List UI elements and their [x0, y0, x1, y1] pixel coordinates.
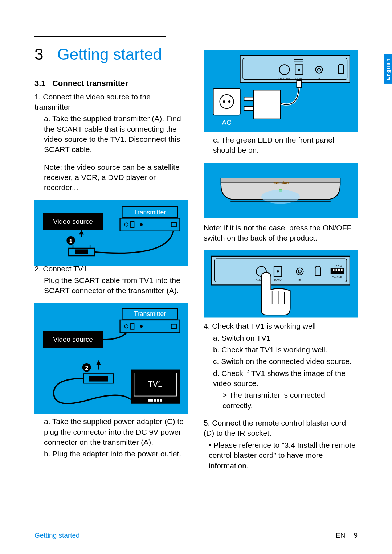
- chapter-title: Getting started: [57, 45, 162, 63]
- svg-text:1: 1: [69, 237, 73, 243]
- figure-front-led: Transmitter: [204, 163, 358, 216]
- svg-rect-54: [244, 97, 253, 101]
- svg-text:Video source: Video source: [53, 336, 93, 343]
- step-3c: c. The green LED on the front panel shou…: [204, 135, 358, 156]
- svg-rect-75: [333, 269, 334, 271]
- right-column: ON / OFF DC9V IR AC: [204, 45, 358, 478]
- footer-section: Getting started: [34, 532, 80, 539]
- page: 3 Getting started 3.1 Connect transmitte…: [0, 0, 392, 554]
- svg-text:ON / OFF: ON / OFF: [279, 77, 291, 80]
- svg-text:Transmitter: Transmitter: [134, 310, 166, 317]
- step-3a: a. Take the supplied power adapter (C) t…: [34, 416, 188, 447]
- svg-rect-35: [160, 399, 162, 402]
- step-4: 4. Check that TV1 is working well: [204, 321, 358, 331]
- svg-rect-55: [244, 107, 253, 111]
- svg-text:DC9V: DC9V: [274, 279, 282, 282]
- svg-rect-78: [341, 269, 342, 271]
- step-5: 5. Connect the remote control blaster co…: [204, 418, 358, 439]
- step-5-bullet: • Please reference to "3.4 Install the r…: [204, 440, 358, 471]
- svg-point-43: [298, 69, 300, 71]
- figure-tv1-connection: Transmitter Video source 2: [34, 303, 188, 398]
- svg-rect-76: [336, 269, 337, 271]
- figure-onoff-press: ON / OFF DC9V IR 1 2 3 4: [204, 250, 358, 314]
- step-1: 1. Connect the video source to the trans…: [34, 92, 188, 112]
- step-4d-result: > The transmitter is connected correctly…: [204, 390, 358, 411]
- step-4c: c. Switch on the connected video source.: [204, 356, 358, 366]
- step-4b: b. Check that TV1 is working well.: [204, 345, 358, 355]
- svg-text:Video source: Video source: [53, 218, 93, 225]
- svg-rect-13: [75, 249, 88, 254]
- step-1a: a. Take the supplied transmitter (A). Fi…: [34, 114, 188, 155]
- note-2: Note: if it is not the case, press the O…: [204, 223, 358, 243]
- svg-text:TV1: TV1: [148, 379, 162, 388]
- svg-rect-53: [254, 90, 281, 119]
- chapter-number: 3: [34, 45, 43, 63]
- section-heading: 3.1 Connect transmitter: [34, 78, 188, 89]
- svg-rect-77: [338, 269, 340, 271]
- step-2-body: Plug the SCART cable from TV1 into the S…: [34, 275, 188, 296]
- mid-rule: [34, 71, 166, 71]
- svg-text:IR: IR: [318, 77, 320, 80]
- footer-lang: EN: [336, 532, 345, 539]
- step-3b: b. Plug the adapter into the power outle…: [34, 449, 188, 459]
- svg-point-51: [228, 100, 230, 103]
- svg-text:Transmitter: Transmitter: [134, 209, 166, 216]
- svg-rect-33: [154, 399, 156, 402]
- svg-point-68: [277, 270, 279, 272]
- svg-text:IR: IR: [298, 279, 301, 282]
- svg-text:CHANNEL: CHANNEL: [332, 276, 343, 279]
- svg-rect-34: [157, 399, 159, 402]
- svg-text:Transmitter: Transmitter: [272, 181, 289, 185]
- svg-rect-48: [213, 88, 240, 115]
- svg-text:AC: AC: [222, 119, 232, 126]
- svg-text:1 2 3 4: 1 2 3 4: [334, 264, 342, 268]
- left-column: 3 Getting started 3.1 Connect transmitte…: [34, 45, 188, 478]
- svg-point-50: [223, 100, 225, 103]
- svg-point-8: [140, 223, 143, 226]
- svg-text:DC9V: DC9V: [295, 77, 303, 80]
- figure-video-source-transmitter: Video source Transmitter 1: [34, 200, 188, 257]
- svg-rect-32: [148, 399, 153, 402]
- svg-rect-56: [297, 81, 302, 87]
- top-rule: [34, 36, 166, 37]
- footer-page-number: 9: [354, 532, 358, 539]
- figure-power-adapter: ON / OFF DC9V IR AC: [204, 50, 358, 128]
- svg-text:2: 2: [85, 364, 88, 370]
- note-1: Note: the video source can be a satellit…: [34, 162, 188, 193]
- page-footer: Getting started EN 9: [34, 532, 358, 539]
- svg-rect-28: [89, 376, 108, 381]
- step-4a: a. Switch on TV1: [204, 333, 358, 343]
- step-4d: d. Check if TV1 shows the image of the v…: [204, 368, 358, 389]
- svg-point-20: [140, 325, 143, 328]
